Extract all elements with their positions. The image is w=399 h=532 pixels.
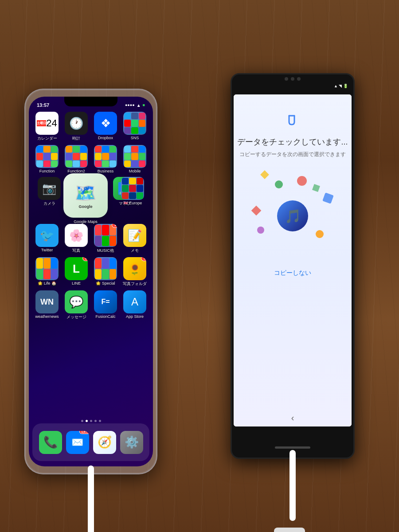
android-screen: データをチェックしています... コピーするデータを次の画面で選択できます �: [234, 94, 352, 426]
android-cable: [289, 450, 296, 521]
green-triangle: [312, 184, 320, 192]
android-case: ▲ ◥ 🔋 データをチェックしています... コピーするデータを次の画面で選択で…: [231, 73, 355, 459]
app-notes[interactable]: 📝 メモ: [121, 224, 148, 254]
android-signal: ▲ ◥ 🔋: [334, 84, 348, 88]
android-content: データをチェックしています... コピーするデータを次の画面で選択できます �: [234, 94, 352, 426]
app-line[interactable]: L 2 LINE: [63, 257, 90, 287]
app-folder-sns[interactable]: SNS: [121, 112, 148, 141]
android-subtitle: コピーするデータを次の画面で選択できます: [239, 151, 346, 158]
app-row-6: WN weathernews 💬 メッセージ F= FusionCalc: [32, 290, 149, 320]
app-photos-folder[interactable]: 🌻 1 写真フォルダ: [121, 257, 148, 287]
status-icons: ●●●● ▲ ■: [125, 103, 145, 108]
app-row-2: Function: [32, 145, 149, 173]
usb-adapter: [274, 528, 305, 532]
android-status-bar: ▲ ◥ 🔋: [232, 78, 353, 94]
dock-mail[interactable]: ✉️ 1,672: [64, 431, 91, 454]
dot-1: [81, 420, 83, 422]
iphone-time: 13:57: [37, 102, 49, 108]
appstore-label: App Store: [126, 314, 144, 319]
app-row-3: 📷 カメラ 🗺️ Google 🗾 マップ: [32, 177, 149, 217]
app-row-1: 土曜日 24 カレンダー 🕐 時計 ❖ Dropbox: [32, 112, 149, 141]
app-life[interactable]: 🌟 Life 🏠: [34, 257, 60, 287]
app-row-4: 🐦 Twitter 🌸 写真: [32, 224, 149, 254]
iphone-app-grid: 土曜日 24 カレンダー 🕐 時計 ❖ Dropbox: [32, 112, 149, 422]
app-google-maps-large[interactable]: 🗺️ Google: [63, 173, 108, 218]
app-appstore[interactable]: A App Store: [121, 290, 148, 320]
app-dropbox[interactable]: ❖ Dropbox: [92, 112, 119, 141]
app-europe[interactable]: 🇬🇧 Europe: [119, 177, 146, 205]
dock-safari[interactable]: 🧭: [91, 431, 118, 454]
android-skip-button[interactable]: コピーしない: [274, 269, 311, 277]
iphone-notch: [64, 97, 117, 106]
app-mobile[interactable]: Mobile: [121, 145, 148, 173]
blue-square: [322, 192, 334, 204]
app-function-label: Function: [39, 169, 55, 173]
app-row-5: 🌟 Life 🏠 L 2 LINE: [32, 257, 149, 287]
red-diamond: [251, 206, 262, 216]
dot-2: [86, 420, 88, 422]
android-nav-bar: ‹: [234, 413, 352, 423]
red-circle: [297, 176, 307, 186]
app-function[interactable]: Function: [34, 145, 60, 173]
purple-circle: [257, 227, 264, 234]
wifi-icon: ▲: [137, 103, 141, 108]
android-main-title: データをチェックしています...: [237, 137, 348, 147]
dot-5: [99, 420, 101, 422]
app-twitter[interactable]: 🐦 Twitter: [34, 224, 60, 254]
transfer-animation: 🎵: [248, 172, 337, 260]
page-dots: [29, 420, 153, 422]
android-back-button[interactable]: ‹: [291, 413, 294, 423]
iphone-cable: [88, 466, 94, 532]
app-special[interactable]: 🌟 Special: [92, 257, 119, 287]
app-business[interactable]: Business: [92, 145, 119, 173]
yellow-diamond: [260, 170, 269, 179]
app-music-folder[interactable]: 1 MUSIC他: [92, 224, 119, 254]
app-messages[interactable]: 💬 メッセージ: [63, 290, 90, 320]
iphone-device: 13:57 ●●●● ▲ ■ 土曜日 24 カレンダー: [24, 89, 157, 474]
android-device: ▲ ◥ 🔋 データをチェックしています... コピーするデータを次の画面で選択で…: [231, 73, 355, 459]
iphone-dock: 📞 ✉️ 1,672 🧭 ⚙️: [32, 423, 149, 461]
app-weathernews[interactable]: WN weathernews: [34, 290, 60, 320]
app-camera[interactable]: 📷 カメラ: [36, 177, 63, 207]
signal-icon: ●●●●: [125, 103, 135, 107]
center-transfer-icon: 🎵: [277, 200, 308, 231]
dot-4: [94, 420, 97, 422]
android-home-indicator[interactable]: [275, 446, 310, 449]
transfer-top-icon: [285, 112, 301, 130]
iphone-screen: 13:57 ●●●● ▲ ■ 土曜日 24 カレンダー: [29, 97, 153, 466]
green-circle: [275, 180, 283, 188]
app-clock[interactable]: 🕐 時計: [63, 112, 90, 141]
app-photos[interactable]: 🌸 写真: [63, 224, 90, 254]
app-function2[interactable]: Function2: [63, 145, 90, 173]
app-fusioncalc[interactable]: F= FusionCalc: [92, 290, 119, 320]
dot-3: [90, 420, 92, 422]
dock-phone[interactable]: 📞: [37, 431, 64, 454]
orange-circle: [316, 230, 324, 238]
dock-settings[interactable]: ⚙️: [118, 431, 145, 454]
app-calendar[interactable]: 土曜日 24 カレンダー: [34, 112, 60, 141]
battery-icon: ■: [143, 103, 145, 107]
